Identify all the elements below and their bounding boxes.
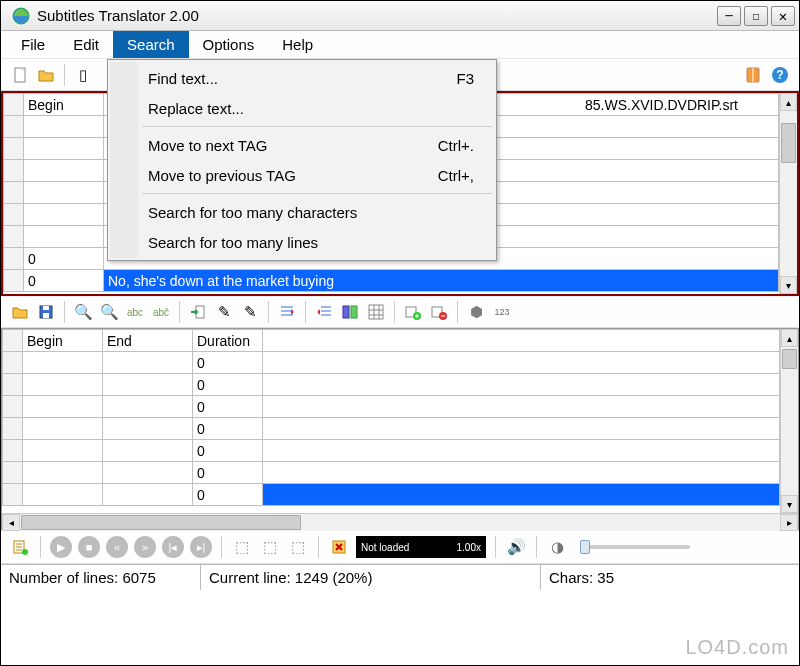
next-button[interactable]: ▸| [190,536,212,558]
titlebar: Subtitles Translator 2.00 ─ ☐ ✕ [1,1,799,31]
indent-right-icon[interactable] [276,301,298,323]
scroll-up-icon[interactable]: ▴ [781,329,798,347]
spellcheck-icon[interactable]: abc [124,301,146,323]
stop-button[interactable]: ■ [78,536,100,558]
svg-rect-10 [343,306,349,318]
indent-left-icon[interactable] [313,301,335,323]
toolbar-middle: 🔍 🔍 abc abč ✎ ✎ ⬢ 123 [1,296,799,328]
open-folder-icon[interactable] [9,301,31,323]
find-replace-icon[interactable]: 🔍 [98,301,120,323]
menu-next-tag[interactable]: Move to next TAGCtrl+. [110,130,494,160]
statusbar: Number of lines: 6075 Current line: 1249… [1,564,799,590]
edit-pencil-icon[interactable]: ✎ [213,301,235,323]
table-row-selected[interactable]: 0 [3,484,780,506]
seek-slider[interactable] [580,545,690,549]
tool-hidden-icon[interactable]: ▯ [72,64,94,86]
status-lines: Number of lines: 6075 [1,565,201,590]
menu-too-many-lines[interactable]: Search for too many lines [110,227,494,257]
import-icon[interactable] [187,301,209,323]
menu-help[interactable]: Help [268,31,327,58]
menu-search[interactable]: Search [113,31,189,58]
menu-prev-tag[interactable]: Move to previous TAGCtrl+, [110,160,494,190]
scroll-thumb[interactable] [21,515,301,530]
columns-icon[interactable] [339,301,361,323]
volume-icon[interactable]: 🔊 [505,536,527,558]
vertical-scrollbar[interactable]: ▴ ▾ [779,93,797,294]
player-status-label: Not loaded [361,542,409,553]
scroll-right-icon[interactable]: ▸ [780,514,798,531]
table-row[interactable]: 0 [3,396,780,418]
col-end[interactable]: End [103,330,193,352]
col-text[interactable] [263,330,780,352]
menu-too-many-chars[interactable]: Search for too many characters [110,197,494,227]
table-row-selected[interactable]: 0No, she's down at the market buying [4,270,779,292]
menu-edit[interactable]: Edit [59,31,113,58]
marker1-icon[interactable]: ⬚ [231,536,253,558]
grid-icon[interactable] [365,301,387,323]
bottom-subtitle-grid: Begin End Duration 0 0 0 0 0 0 0 ▴ [1,328,799,530]
table-row[interactable]: 0 [3,440,780,462]
forward-button[interactable]: » [134,536,156,558]
svg-rect-7 [43,313,49,318]
minimize-button[interactable]: ─ [717,6,741,26]
book-icon[interactable] [743,64,765,86]
col-begin[interactable]: Begin [23,330,103,352]
close-button[interactable]: ✕ [771,6,795,26]
selected-subtitle-text: No, she's down at the market buying [104,270,779,292]
player-display: Not loaded 1.00x [356,536,486,558]
search-menu-dropdown: Find text...F3 Replace text... Move to n… [107,59,497,261]
table-row[interactable]: 0 [3,418,780,440]
rewind-button[interactable]: « [106,536,128,558]
playlist-icon[interactable] [9,536,31,558]
scroll-thumb[interactable] [781,123,796,163]
menu-options[interactable]: Options [189,31,269,58]
menubar: File Edit Search Options Help [1,31,799,59]
maximize-button[interactable]: ☐ [744,6,768,26]
vertical-scrollbar[interactable]: ▴ ▾ [780,329,798,513]
edit-pencil2-icon[interactable]: ✎ [239,301,261,323]
settings-small-icon[interactable]: ◑ [546,536,568,558]
scroll-down-icon[interactable]: ▾ [781,495,798,513]
remove-row-icon[interactable] [428,301,450,323]
menu-find-text[interactable]: Find text...F3 [110,63,494,93]
add-row-icon[interactable] [402,301,424,323]
svg-point-18 [22,549,28,555]
scroll-left-icon[interactable]: ◂ [2,514,20,531]
marker2-icon[interactable]: ⬚ [259,536,281,558]
table-header-row: Begin End Duration [3,330,780,352]
table-row[interactable]: 0 [3,462,780,484]
svg-rect-12 [369,305,383,319]
col-duration[interactable]: Duration [193,330,263,352]
spellcheck2-icon[interactable]: abč [150,301,172,323]
play-button[interactable]: ▶ [50,536,72,558]
table-row[interactable]: 0 [3,374,780,396]
tag-icon[interactable]: ⬢ [465,301,487,323]
new-file-icon[interactable] [9,64,31,86]
player-toolbar: ▶ ■ « » |◂ ▸| ⬚ ⬚ ⬚ Not loaded 1.00x 🔊 ◑ [1,530,799,564]
bottom-table[interactable]: Begin End Duration 0 0 0 0 0 0 0 [2,329,780,506]
status-current: Current line: 1249 (20%) [201,565,541,590]
table-row[interactable]: 0 [3,352,780,374]
status-chars: Chars: 35 [541,565,799,590]
scroll-up-icon[interactable]: ▴ [780,93,797,111]
cancel-icon[interactable] [328,536,350,558]
col-begin[interactable]: Begin [24,94,104,116]
horizontal-scrollbar[interactable]: ◂ ▸ [2,513,798,531]
search-icon[interactable]: 🔍 [72,301,94,323]
scroll-down-icon[interactable]: ▾ [780,276,797,294]
menu-file[interactable]: File [7,31,59,58]
separator [64,64,65,86]
menu-replace-text[interactable]: Replace text... [110,93,494,123]
open-folder-icon[interactable] [35,64,57,86]
svg-rect-11 [351,306,357,318]
help-icon[interactable]: ? [769,64,791,86]
slider-knob[interactable] [580,540,590,554]
marker3-icon[interactable]: ⬚ [287,536,309,558]
renumber-icon[interactable]: 123 [491,301,513,323]
save-icon[interactable] [35,301,57,323]
app-window: Subtitles Translator 2.00 ─ ☐ ✕ File Edi… [0,0,800,666]
svg-text:?: ? [776,68,783,82]
scroll-thumb[interactable] [782,349,797,369]
prev-button[interactable]: |◂ [162,536,184,558]
window-title: Subtitles Translator 2.00 [37,7,717,24]
